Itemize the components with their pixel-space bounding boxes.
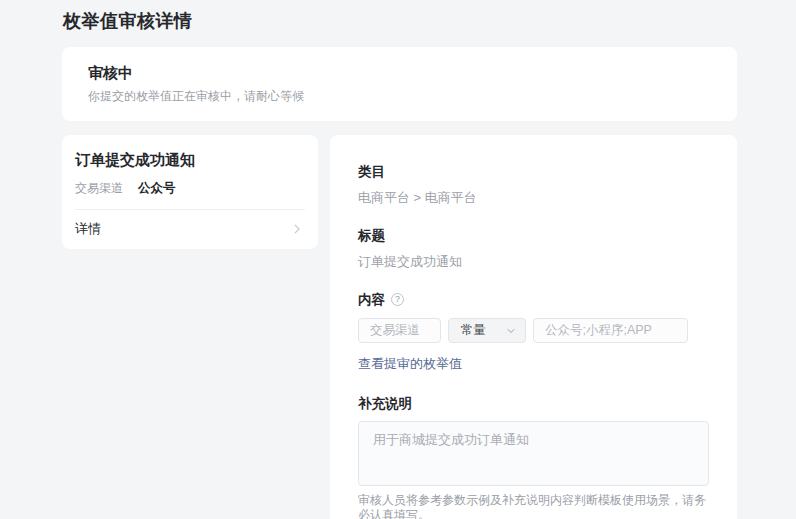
category-value: 电商平台 > 电商平台 xyxy=(358,190,709,205)
detail-panel: 类目 电商平台 > 电商平台 标题 订单提交成功通知 内容 ? 常量 xyxy=(330,135,737,519)
title-label: 标题 xyxy=(358,228,709,243)
param-name-input[interactable] xyxy=(358,318,441,343)
channel-value: 公众号 xyxy=(138,180,176,197)
detail-link-row[interactable]: 详情 xyxy=(75,210,305,249)
title-field: 标题 订单提交成功通知 xyxy=(358,228,709,269)
chevron-down-icon xyxy=(506,326,516,336)
param-type-select[interactable]: 常量 xyxy=(448,318,526,343)
title-value: 订单提交成功通知 xyxy=(358,254,709,269)
chevron-right-icon xyxy=(291,223,303,235)
detail-label: 详情 xyxy=(75,220,101,238)
category-field: 类目 电商平台 > 电商平台 xyxy=(358,164,709,205)
channel-row: 交易渠道 公众号 xyxy=(75,180,305,197)
channel-label: 交易渠道 xyxy=(75,180,123,197)
param-type-value: 常量 xyxy=(461,322,486,339)
template-title: 订单提交成功通知 xyxy=(75,149,305,170)
help-icon[interactable]: ? xyxy=(391,293,404,306)
review-hint: 审核人员将参考参数示例及补充说明内容判断模板使用场景，请务必认真填写。 xyxy=(358,493,709,519)
supplement-label: 补充说明 xyxy=(358,396,709,411)
param-row: 常量 xyxy=(358,318,709,343)
status-title: 审核中 xyxy=(88,62,711,83)
page: 枚举值审核详情 审核中 你提交的枚举值正在审核中，请耐心等候 订单提交成功通知 … xyxy=(0,0,796,519)
content-label: 内容 xyxy=(358,292,385,307)
content-field: 内容 ? 常量 查看提审的枚举值 xyxy=(358,292,709,373)
status-description: 你提交的枚举值正在审核中，请耐心等候 xyxy=(88,88,711,105)
page-title: 枚举值审核详情 xyxy=(63,11,737,31)
param-example-input[interactable] xyxy=(533,318,688,343)
status-card: 审核中 你提交的枚举值正在审核中，请耐心等候 xyxy=(62,47,737,121)
content-columns: 订单提交成功通知 交易渠道 公众号 详情 类目 电商平台 > 电商平台 标题 订… xyxy=(62,135,737,519)
supplement-textarea[interactable]: 用于商城提交成功订单通知 xyxy=(358,421,709,486)
template-summary-card: 订单提交成功通知 交易渠道 公众号 详情 xyxy=(62,135,318,249)
category-label: 类目 xyxy=(358,164,709,179)
content-label-row: 内容 ? xyxy=(358,292,709,307)
view-enum-values-link[interactable]: 查看提审的枚举值 xyxy=(358,355,462,373)
supplement-field: 补充说明 用于商城提交成功订单通知 审核人员将参考参数示例及补充说明内容判断模板… xyxy=(358,396,709,519)
